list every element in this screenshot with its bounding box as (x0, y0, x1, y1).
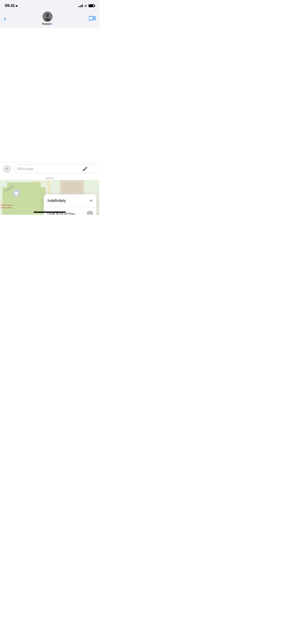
svg-text:Royal Chopstix: Royal Chopstix (1, 204, 13, 206)
contact-name-row: Robert › (42, 22, 53, 26)
battery-icon (89, 4, 95, 7)
status-time: 09:41 (5, 3, 15, 8)
signal-bars-icon (78, 4, 83, 7)
svg-rect-59 (90, 214, 90, 214)
svg-text:Asian Cuisine: Asian Cuisine (1, 206, 12, 209)
drag-handle-bar (45, 178, 54, 179)
status-bar: 09:41 ▶ ⊜ (0, 0, 99, 10)
avatar-svg (43, 12, 53, 22)
indefinitely-label: Indefinitely (48, 198, 66, 203)
sheet-drag-handle (0, 176, 99, 180)
svg-marker-7 (93, 16, 95, 20)
home-indicator (34, 212, 66, 213)
nav-bar: ‹ Robert › (0, 10, 99, 28)
input-bar: + iMessage 🎤 (0, 162, 99, 176)
location-arrow-icon: ▶ (16, 4, 18, 8)
avatar-image (43, 12, 53, 22)
contact-info[interactable]: Robert › (42, 12, 53, 26)
wifi-icon: ⊜ (84, 4, 87, 8)
video-icon (89, 16, 95, 21)
location-option-end-of-day[interactable]: Until End of Day (44, 207, 96, 215)
svg-rect-60 (91, 214, 92, 214)
status-icons: ⊜ (78, 4, 95, 8)
message-placeholder: iMessage (17, 167, 80, 171)
infinity-icon: ∞ (89, 198, 93, 203)
map-area: WYOMING AVE W 11TH ST W 11TH ST HAAS AVE… (0, 180, 99, 215)
location-option-indefinitely[interactable]: Indefinitely ∞ (44, 194, 96, 207)
svg-rect-25 (62, 182, 82, 192)
add-attachment-button[interactable]: + (3, 165, 11, 173)
video-call-button[interactable] (89, 16, 95, 22)
svg-rect-21 (3, 187, 46, 215)
back-button[interactable]: ‹ (4, 15, 6, 22)
svg-rect-58 (88, 214, 89, 214)
message-area (0, 28, 99, 162)
avatar (43, 12, 53, 22)
message-input[interactable]: iMessage 🎤 (14, 164, 96, 174)
contact-name-label: Robert (42, 22, 51, 26)
svg-rect-5 (47, 16, 49, 17)
calendar-svg (87, 211, 93, 215)
contact-chevron-icon: › (52, 22, 53, 26)
calendar-icon (87, 211, 93, 215)
microphone-icon[interactable]: 🎤 (82, 166, 88, 172)
svg-rect-6 (89, 16, 93, 20)
svg-point-52 (15, 192, 18, 194)
